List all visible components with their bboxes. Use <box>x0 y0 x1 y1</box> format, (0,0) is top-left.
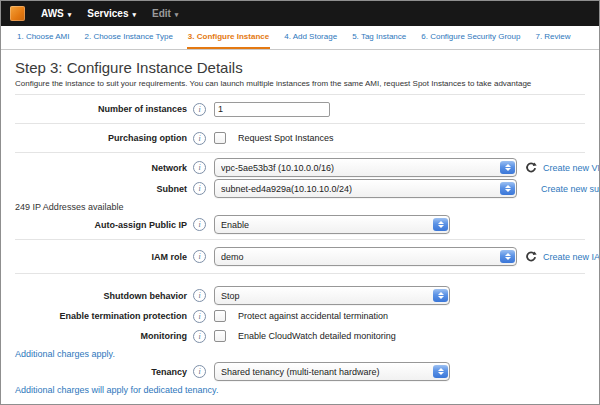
iam-role-label: IAM role <box>15 252 187 262</box>
tenancy-select-value: Shared tenancy (multi-tenant hardware) <box>221 367 380 377</box>
aws-logo-icon <box>10 6 25 21</box>
row-auto-assign-public-ip: Auto-assign Public IP i Enable <box>15 215 585 234</box>
monitoring-checkbox-label: Enable CloudWatch detailed monitoring <box>238 331 396 341</box>
create-new-iam-role-link[interactable]: Create new IAM role <box>543 252 600 262</box>
row-monitoring: Monitoring i Enable CloudWatch detailed … <box>15 327 585 345</box>
main-content: Step 3: Configure Instance Details Confi… <box>1 50 599 396</box>
info-icon[interactable]: i <box>193 330 206 343</box>
page-description: Configure the instance to suit your requ… <box>15 79 585 88</box>
info-icon[interactable]: i <box>193 310 206 323</box>
step-choose-ami[interactable]: 1. Choose AMI <box>16 26 70 49</box>
step-choose-instance-type[interactable]: 2. Choose Instance Type <box>83 26 173 49</box>
request-spot-instances-label: Request Spot Instances <box>238 133 334 143</box>
info-icon[interactable]: i <box>193 182 206 195</box>
monitoring-checkbox[interactable] <box>214 330 226 342</box>
caret-down-icon: ▾ <box>68 11 72 18</box>
create-new-vpc-link[interactable]: Create new VPC <box>543 163 600 173</box>
menu-services[interactable]: Services ▾ <box>87 8 136 19</box>
page-title: Step 3: Configure Instance Details <box>15 59 585 76</box>
subnet-select-value: subnet-ed4a929a(10.10.10.0/24) <box>221 184 352 194</box>
termination-protection-label: Enable termination protection <box>15 311 187 321</box>
request-spot-instances-checkbox[interactable] <box>214 132 226 144</box>
divider <box>15 123 585 124</box>
menu-edit-label: Edit <box>152 8 171 19</box>
purchasing-option-label: Purchasing option <box>15 133 187 143</box>
shutdown-behavior-select[interactable]: Stop <box>214 286 450 305</box>
row-number-of-instances: Number of instances i <box>15 100 585 118</box>
shutdown-behavior-value: Stop <box>221 291 240 301</box>
tenancy-label: Tenancy <box>15 367 187 377</box>
info-icon[interactable]: i <box>193 250 206 263</box>
info-icon[interactable]: i <box>193 103 206 116</box>
info-icon[interactable]: i <box>193 132 206 145</box>
caret-down-icon: ▾ <box>175 11 179 18</box>
network-label: Network <box>15 163 187 173</box>
refresh-icon[interactable] <box>525 162 537 174</box>
network-select[interactable]: vpc-5ae53b3f (10.10.0.0/16) <box>214 158 517 177</box>
number-of-instances-input[interactable] <box>214 102 330 117</box>
number-of-instances-label: Number of instances <box>15 104 187 114</box>
select-arrows-icon <box>433 365 448 378</box>
divider <box>15 273 585 274</box>
subnet-select[interactable]: subnet-ed4a929a(10.10.10.0/24) <box>214 179 517 198</box>
termination-protection-checkbox-label: Protect against accidental termination <box>238 311 388 321</box>
tenancy-charges-note-row: Additional charges will apply for dedica… <box>15 383 585 396</box>
monitoring-charges-note-row: Additional charges apply. <box>15 347 585 360</box>
auto-assign-public-ip-label: Auto-assign Public IP <box>15 220 187 230</box>
tenancy-select[interactable]: Shared tenancy (multi-tenant hardware) <box>214 362 450 381</box>
step-configure-instance[interactable]: 3. Configure Instance <box>187 26 270 49</box>
step-add-storage[interactable]: 4. Add Storage <box>283 26 338 49</box>
iam-role-value: demo <box>221 252 244 262</box>
wizard-steps: 1. Choose AMI 2. Choose Instance Type 3.… <box>1 26 599 50</box>
select-arrows-icon <box>433 289 448 302</box>
select-arrows-icon <box>500 161 515 174</box>
step-review[interactable]: 7. Review <box>534 26 571 49</box>
create-new-subnet-link[interactable]: Create new subnet <box>541 184 600 194</box>
row-subnet: Subnet i subnet-ed4a929a(10.10.10.0/24) … <box>15 179 585 198</box>
tenancy-charges-link[interactable]: Additional charges will apply for dedica… <box>15 385 218 395</box>
step-tag-instance[interactable]: 5. Tag Instance <box>351 26 407 49</box>
row-purchasing-option: Purchasing option i Request Spot Instanc… <box>15 129 585 147</box>
shutdown-behavior-label: Shutdown behavior <box>15 291 187 301</box>
select-arrows-icon <box>500 250 515 263</box>
divider <box>15 152 585 153</box>
iam-role-select[interactable]: demo <box>214 247 517 266</box>
termination-protection-checkbox[interactable] <box>214 310 226 322</box>
row-tenancy: Tenancy i Shared tenancy (multi-tenant h… <box>15 362 585 381</box>
select-arrows-icon <box>500 182 515 195</box>
info-icon[interactable]: i <box>193 365 206 378</box>
divider <box>15 239 585 240</box>
subnet-availability-note: 249 IP Addresses available <box>15 202 123 212</box>
menu-aws-label: AWS <box>41 8 64 19</box>
monitoring-label: Monitoring <box>15 331 187 341</box>
select-arrows-icon <box>433 218 448 231</box>
info-icon[interactable]: i <box>193 289 206 302</box>
menu-aws[interactable]: AWS ▾ <box>41 8 71 19</box>
step-configure-security-group[interactable]: 6. Configure Security Group <box>420 26 521 49</box>
subnet-label: Subnet <box>15 184 187 194</box>
network-select-value: vpc-5ae53b3f (10.10.0.0/16) <box>221 163 334 173</box>
divider <box>15 94 585 95</box>
auto-assign-public-ip-value: Enable <box>221 220 249 230</box>
app-window: AWS ▾ Services ▾ Edit ▾ 1. Choose AMI 2.… <box>0 0 600 405</box>
row-termination-protection: Enable termination protection i Protect … <box>15 307 585 325</box>
row-network: Network i vpc-5ae53b3f (10.10.0.0/16) Cr… <box>15 158 585 177</box>
menu-edit[interactable]: Edit ▾ <box>152 8 178 19</box>
auto-assign-public-ip-select[interactable]: Enable <box>214 215 450 234</box>
menu-services-label: Services <box>87 8 128 19</box>
row-iam-role: IAM role i demo Create new IAM role <box>15 247 585 266</box>
top-nav-bar: AWS ▾ Services ▾ Edit ▾ <box>1 1 599 26</box>
caret-down-icon: ▾ <box>132 11 136 18</box>
refresh-icon[interactable] <box>525 251 537 263</box>
info-icon[interactable]: i <box>193 161 206 174</box>
subnet-availability-note-row: 249 IP Addresses available <box>15 200 585 213</box>
info-icon[interactable]: i <box>193 218 206 231</box>
row-shutdown-behavior: Shutdown behavior i Stop <box>15 286 585 305</box>
monitoring-charges-link[interactable]: Additional charges apply. <box>15 349 115 359</box>
